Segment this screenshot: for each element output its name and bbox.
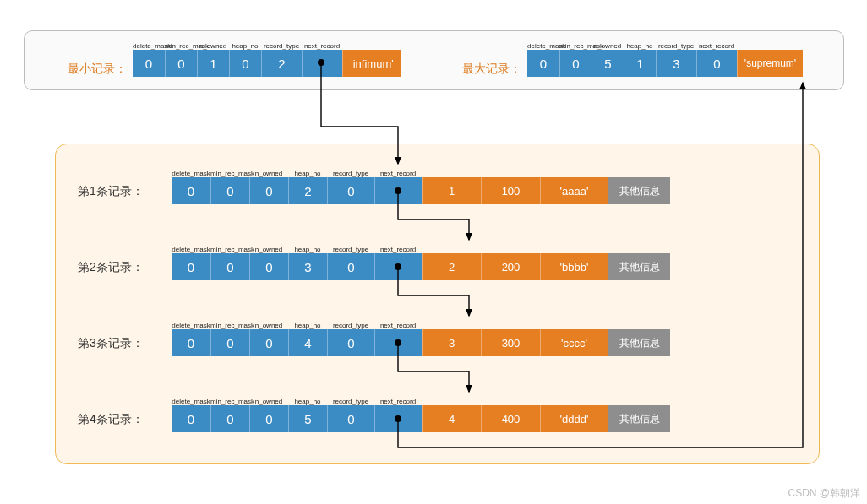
- min-header-labels: delete_mask min_rec_mask n_owned heap_no…: [133, 38, 401, 50]
- max-f4: 3: [656, 50, 696, 77]
- row2-d0: 2: [422, 253, 481, 280]
- min-tag: 'infimum': [342, 50, 401, 77]
- min-record-title: 最小记录：: [51, 62, 127, 77]
- row3-hdr-0: delete_mask: [172, 322, 210, 329]
- row3-f0: 0: [172, 329, 210, 356]
- hdr-heap-no: heap_no: [229, 42, 261, 50]
- hdr2-heap-no: heap_no: [624, 42, 656, 50]
- min-cells: 0 0 1 0 2 'infimum': [133, 50, 401, 77]
- row2-f3: 3: [288, 253, 327, 280]
- hdr2-delete-mask: delete_mask: [527, 42, 559, 50]
- min-f5: [302, 50, 342, 77]
- hdr-record-type: record_type: [261, 42, 302, 50]
- max-tag: 'supremum': [737, 50, 803, 77]
- top-panel: 最小记录： delete_mask min_rec_mask n_owned h…: [24, 30, 844, 90]
- row2-hdr-0: delete_mask: [172, 246, 210, 253]
- min-f4: 2: [261, 50, 302, 77]
- row4-hdr-2: n_owned: [249, 398, 288, 405]
- row2-d2: 'bbbb': [540, 253, 608, 280]
- row1-d2: 'aaaa': [540, 177, 608, 204]
- row1-d1: 100: [481, 177, 540, 204]
- row3-d0: 3: [422, 329, 481, 356]
- max-f1: 0: [559, 50, 592, 77]
- row-block-2: delete_maskmin_rec_maskn_ownedheap_norec…: [172, 241, 670, 280]
- row2-hdr-5: next_record: [374, 246, 422, 253]
- row-label-2: 第2条记录：: [78, 260, 144, 275]
- row2-hdr-4: record_type: [327, 246, 374, 253]
- min-f0: 0: [133, 50, 165, 77]
- row3-f5: [374, 329, 422, 356]
- row3-hdr-1: min_rec_mask: [210, 322, 249, 329]
- row4-hdr-1: min_rec_mask: [210, 398, 249, 405]
- row1-f1: 0: [210, 177, 249, 204]
- row-block-1: delete_maskmin_rec_maskn_ownedheap_norec…: [172, 165, 670, 204]
- max-f2: 5: [592, 50, 624, 77]
- row1-f5: [374, 177, 422, 204]
- min-f1: 0: [165, 50, 197, 77]
- row3-f3: 4: [288, 329, 327, 356]
- min-f3: 0: [229, 50, 261, 77]
- row3-f2: 0: [249, 329, 288, 356]
- row1-hdr-4: record_type: [327, 170, 374, 177]
- hdr2-n-owned: n_owned: [592, 42, 624, 50]
- watermark: CSDN @韩朝洋: [788, 486, 860, 501]
- hdr-next-record: next_record: [302, 42, 342, 50]
- row4-f4: 0: [327, 405, 374, 432]
- row1-hdr-0: delete_mask: [172, 170, 210, 177]
- row2-f0: 0: [172, 253, 210, 280]
- max-f3: 1: [624, 50, 656, 77]
- row-block-3: delete_maskmin_rec_maskn_ownedheap_norec…: [172, 317, 670, 356]
- row4-hdr-3: heap_no: [288, 398, 327, 405]
- row2-f2: 0: [249, 253, 288, 280]
- row1-hdr-1: min_rec_mask: [210, 170, 249, 177]
- min-f2: 1: [197, 50, 229, 77]
- row1-f2: 0: [249, 177, 288, 204]
- row4-f1: 0: [210, 405, 249, 432]
- row3-d1: 300: [481, 329, 540, 356]
- row3-f4: 0: [327, 329, 374, 356]
- row1-f3: 2: [288, 177, 327, 204]
- hdr2-min-rec-mask: min_rec_mask: [559, 42, 592, 50]
- row3-hdr-2: n_owned: [249, 322, 288, 329]
- row3-hdr-4: record_type: [327, 322, 374, 329]
- max-cells: 0 0 5 1 3 0 'supremum': [527, 50, 803, 77]
- row4-hdr-4: record_type: [327, 398, 374, 405]
- row-label-1: 第1条记录：: [78, 184, 144, 199]
- row4-f2: 0: [249, 405, 288, 432]
- row2-hdr-2: n_owned: [249, 246, 288, 253]
- row1-hdr-5: next_record: [374, 170, 422, 177]
- row1-f0: 0: [172, 177, 210, 204]
- row-block-4: delete_maskmin_rec_maskn_ownedheap_norec…: [172, 393, 670, 432]
- row1-other: 其他信息: [608, 177, 670, 204]
- row3-hdr-3: heap_no: [288, 322, 327, 329]
- row-label-3: 第3条记录：: [78, 336, 144, 351]
- row1-hdr-2: n_owned: [249, 170, 288, 177]
- row2-hdr-3: heap_no: [288, 246, 327, 253]
- row3-d2: 'cccc': [540, 329, 608, 356]
- row2-f1: 0: [210, 253, 249, 280]
- row4-d2: 'dddd': [540, 405, 608, 432]
- row2-other: 其他信息: [608, 253, 670, 280]
- hdr2-record-type: record_type: [656, 42, 696, 50]
- hdr2-next-record: next_record: [696, 42, 737, 50]
- row3-hdr-5: next_record: [374, 322, 422, 329]
- row1-hdr-3: heap_no: [288, 170, 327, 177]
- row3-f1: 0: [210, 329, 249, 356]
- max-record-group: 最大记录： delete_mask min_rec_mask n_owned h…: [527, 38, 803, 77]
- row1-d0: 1: [422, 177, 481, 204]
- row4-d1: 400: [481, 405, 540, 432]
- max-record-title: 最大记录：: [445, 62, 521, 77]
- max-header-labels: delete_mask min_rec_mask n_owned heap_no…: [527, 38, 803, 50]
- row4-f5: [374, 405, 422, 432]
- row4-f3: 5: [288, 405, 327, 432]
- row2-f5: [374, 253, 422, 280]
- row4-hdr-0: delete_mask: [172, 398, 210, 405]
- hdr-delete-mask: delete_mask: [133, 42, 165, 50]
- hdr-min-rec-mask: min_rec_mask: [165, 42, 197, 50]
- hdr-n-owned: n_owned: [197, 42, 229, 50]
- row2-f4: 0: [327, 253, 374, 280]
- row1-f4: 0: [327, 177, 374, 204]
- max-f0: 0: [527, 50, 559, 77]
- row3-other: 其他信息: [608, 329, 670, 356]
- row2-d1: 200: [481, 253, 540, 280]
